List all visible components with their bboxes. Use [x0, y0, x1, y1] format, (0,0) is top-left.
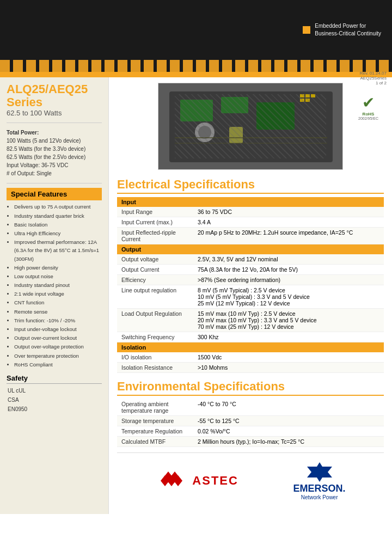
- mtbf-row: Calculated MTBF 2 Million hours (typ.); …: [117, 437, 384, 447]
- efficiency-value: >87% (See ordering information): [193, 275, 384, 285]
- product-title-line2: Series: [7, 96, 102, 109]
- badge-line1: Embedded Power for: [315, 22, 381, 30]
- product-image: [158, 83, 343, 170]
- load-reg-label: Load Output Regulation: [117, 309, 193, 332]
- rohs-text: RoHS: [363, 112, 375, 117]
- feature-16: Over temperature protection: [14, 352, 102, 360]
- feature-4: Ultra High Efficiency: [14, 229, 102, 237]
- feature-17: RoHS Compliant: [14, 360, 102, 369]
- input-ripple-value: 20 mAp p 5Hz to 20MHz: 1.2uH source impe…: [193, 228, 384, 244]
- rohs-sub: 2002/95/EC: [358, 117, 378, 120]
- output-current-row: Output Current 75A (8.3A for the 12 Vo, …: [117, 265, 384, 275]
- io-isolation-row: I/O isolation 1500 Vdc: [117, 352, 384, 363]
- switching-freq-row: Switching Frequency 300 Khz: [117, 332, 384, 342]
- temp-regulation-row: Temperature Regulation 0.02 %Vo/°C: [117, 426, 384, 437]
- svg-rect-4: [256, 102, 295, 130]
- isolation-resistance-value: >10 Mohms: [193, 363, 384, 373]
- header: Embedded Power for Business-Critical Con…: [0, 0, 392, 60]
- output-current-label: Output Current: [117, 265, 193, 275]
- storage-temp-row: Storage temperature -55 °C to 125 °C: [117, 416, 384, 426]
- svg-rect-5: [300, 94, 304, 97]
- temp-regulation-value: 0.02 %Vo/°C: [193, 426, 384, 437]
- input-range-label: Input Range: [117, 207, 193, 217]
- input-range-value: 36 to 75 VDC: [193, 207, 384, 217]
- mtbf-label: Calculated MTBF: [117, 437, 193, 447]
- feature-1: Delivers up to 75 A output current: [14, 203, 102, 211]
- input-header-row: Input: [117, 197, 384, 207]
- input-current-label: Input Current (max.): [117, 217, 193, 228]
- svg-rect-0: [158, 83, 343, 170]
- isolation-resistance-row: Isolation Resistance >10 Mohms: [117, 363, 384, 373]
- svg-rect-12: [229, 127, 243, 143]
- output-header-row: Output: [117, 244, 384, 255]
- operating-temp-row: Operating ambient temperature range -40 …: [117, 399, 384, 416]
- rev-line2: AEQ25Series: [360, 76, 387, 81]
- operating-temp-label: Operating ambient temperature range: [117, 399, 193, 416]
- io-isolation-value: 1500 Vdc: [193, 352, 384, 363]
- load-reg-row: Load Output Regulation 15 mV max (10 mV …: [117, 309, 384, 332]
- feature-14: Output over-current lockout: [14, 334, 102, 342]
- main-content: ALQ25/AEQ25 Series 62.5 to 100 Watts Tot…: [0, 77, 392, 514]
- input-current-row: Input Current (max.) 3.4 A: [117, 217, 384, 228]
- electrical-title: Electrical Specifications: [117, 177, 384, 194]
- output-header: Output: [117, 244, 384, 255]
- svg-rect-9: [305, 99, 310, 102]
- deco-bar: [0, 60, 392, 72]
- power-line2: 82.5 Watts (for the 3.3Vo device): [7, 146, 85, 152]
- product-svg: [158, 83, 343, 170]
- operating-temp-value: -40 °C to 70 °C: [193, 399, 384, 416]
- product-subtitle: 62.5 to 100 Watts: [7, 109, 102, 117]
- svg-rect-8: [300, 99, 304, 102]
- astec-logo: ASTEC: [155, 467, 238, 494]
- svg-point-10: [195, 123, 215, 142]
- svg-rect-6: [305, 94, 310, 97]
- feature-2: Industry standard quarter brick: [14, 212, 102, 220]
- num-outputs: # of Output: Single: [7, 170, 52, 176]
- feature-8: Industry standard pinout: [14, 281, 102, 289]
- line-reg-row: Line output regulation 8 mV (5 mV Typica…: [117, 285, 384, 309]
- sidebar-divider-1: [7, 123, 102, 123]
- emerson-logo: EMERSON. Network Power: [293, 461, 346, 500]
- feature-12: Trim function: -10% / -20%: [14, 316, 102, 325]
- power-label: Total Power:: [7, 130, 39, 136]
- sidebar-divider-2: [7, 183, 102, 183]
- safety-title: Safety: [7, 374, 102, 384]
- isolation-header-row: Isolation: [117, 342, 384, 353]
- feature-3: Basic Isolation: [14, 221, 102, 229]
- emerson-subtext: Network Power: [301, 494, 338, 500]
- sidebar-power-info: Total Power: 100 Watts (5 and 12Vo devic…: [7, 128, 102, 177]
- input-ripple-row: Input Reflected-ripple Current 20 mAp p …: [117, 228, 384, 244]
- load-reg-value: 15 mV max (10 mV Typ) : 2.5 V device 20 …: [193, 309, 384, 332]
- temp-regulation-label: Temperature Regulation: [117, 426, 193, 437]
- isolation-header: Isolation: [117, 342, 384, 353]
- output-voltage-row: Output voltage 2.5V, 3.3V, 5V and 12V no…: [117, 254, 384, 265]
- input-ripple-label: Input Reflected-ripple Current: [117, 228, 193, 244]
- safety-item-2: CSA: [8, 395, 102, 405]
- input-voltage: Input Voltage: 36-75 VDC: [7, 162, 68, 168]
- mtbf-value: 2 Million hours (typ.); Io=Io-max; Tc=25…: [193, 437, 384, 447]
- badge-line2: Business-Critical Continuity: [315, 30, 381, 38]
- product-title-line1: ALQ25/AEQ25: [7, 83, 102, 96]
- header-badge: Embedded Power for Business-Critical Con…: [303, 22, 381, 38]
- rohs-badge: ✔ RoHS 2002/95/EC: [358, 94, 378, 120]
- feature-5: Improved thermal performance: 12A (6.3A …: [14, 238, 102, 263]
- special-features-title: Special Features: [11, 190, 97, 198]
- input-range-row: Input Range 36 to 75 VDC: [117, 207, 384, 217]
- feature-9: 2:1 wide input voltage: [14, 290, 102, 298]
- line-reg-value: 8 mV (5 mV Typical) : 2.5 V device 10 mV…: [193, 285, 384, 309]
- feature-11: Remote sense: [14, 308, 102, 316]
- emerson-name: EMERSON.: [293, 483, 346, 494]
- power-line1: 100 Watts (5 and 12Vo device): [7, 138, 81, 144]
- efficiency-row: Efficiency >87% (See ordering informatio…: [117, 275, 384, 285]
- astec-icon: [155, 467, 188, 494]
- safety-list: UL cUL CSA EN0950: [7, 386, 102, 414]
- sidebar: ALQ25/AEQ25 Series 62.5 to 100 Watts Tot…: [0, 77, 109, 514]
- orange-square-icon: [303, 26, 310, 34]
- power-line3: 62.5 Watts (for the 2.5Vo device): [7, 154, 85, 160]
- svg-rect-1: [169, 91, 333, 162]
- right-content: ✔ RoHS 2002/95/EC Electrical Specificati…: [109, 77, 392, 514]
- environmental-spec-table: Operating ambient temperature range -40 …: [117, 399, 384, 447]
- feature-13: Input under-voltage lockout: [14, 325, 102, 333]
- output-voltage-label: Output voltage: [117, 254, 193, 265]
- feature-7: Low output noise: [14, 272, 102, 280]
